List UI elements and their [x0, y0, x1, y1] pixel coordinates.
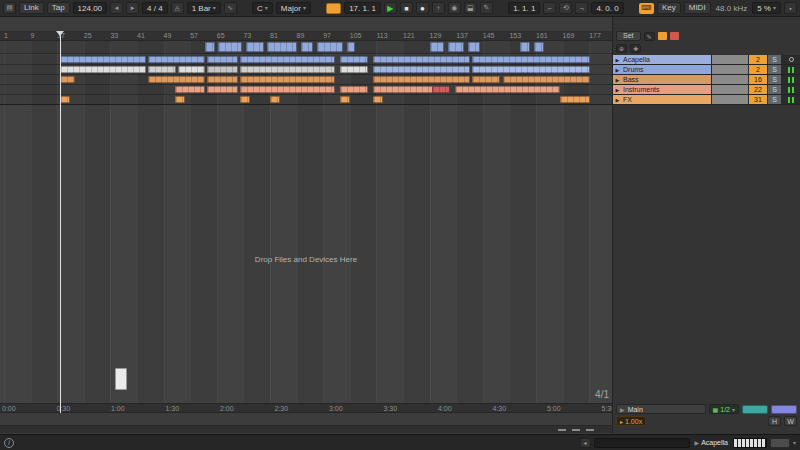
tempo-field[interactable]: 124.00: [73, 2, 107, 14]
audio-clip[interactable]: [340, 96, 350, 103]
track-solo-button[interactable]: S: [768, 85, 782, 94]
stop-button[interactable]: ■: [400, 2, 413, 14]
audio-clip[interactable]: [148, 76, 205, 83]
playback-speed-field[interactable]: ▸ 1.00x: [616, 416, 646, 426]
audio-clip[interactable]: [218, 42, 242, 52]
track-name[interactable]: Instruments: [622, 85, 711, 94]
audio-clip[interactable]: [205, 42, 215, 52]
track-fold-icon[interactable]: ▶: [613, 65, 622, 74]
white-clip[interactable]: [115, 368, 127, 390]
track-header[interactable]: ▶Instruments22S: [613, 85, 800, 95]
audio-clip[interactable]: [340, 56, 368, 63]
track-name[interactable]: Drums: [622, 65, 711, 74]
automation-arm-icon[interactable]: ◉: [448, 2, 461, 14]
track-badge[interactable]: 22: [749, 85, 768, 94]
grid-value-menu[interactable]: ▦ 1/2 ▾: [709, 404, 739, 414]
audio-clip[interactable]: [455, 86, 560, 93]
audio-clip[interactable]: [240, 56, 335, 63]
audio-clip[interactable]: [175, 86, 205, 93]
draw-mode-icon[interactable]: ✎: [480, 2, 493, 14]
add-track-icon[interactable]: ⊕: [616, 44, 627, 53]
track-fold-icon[interactable]: ▶: [613, 95, 622, 104]
loop-length-field[interactable]: 4. 0. 0: [591, 2, 623, 14]
audio-clip[interactable]: [207, 66, 238, 73]
capture-midi-icon[interactable]: ⬓: [464, 2, 477, 14]
audio-clip[interactable]: [317, 42, 343, 52]
cpu-meter[interactable]: 5 %▾: [752, 2, 781, 14]
scale-root-menu[interactable]: C▾: [252, 2, 273, 14]
track-name[interactable]: Acapella: [622, 55, 711, 64]
bar-ruler[interactable]: 1917253341495765738189971051131211291371…: [0, 31, 612, 41]
audio-clip[interactable]: [373, 76, 470, 83]
chevron-down-icon[interactable]: ▾: [793, 439, 796, 446]
audio-clip[interactable]: [148, 66, 176, 73]
track-badge[interactable]: 16: [749, 75, 768, 84]
track-badge[interactable]: 31: [749, 95, 768, 104]
audio-clip[interactable]: [432, 86, 450, 93]
loop-start-field[interactable]: 1. 1. 1: [508, 2, 540, 14]
metronome-icon[interactable]: ◬: [171, 2, 184, 14]
orange-marker-icon[interactable]: [658, 32, 667, 40]
audio-clip[interactable]: [207, 86, 238, 93]
teal-swatch[interactable]: [742, 405, 768, 414]
time-signature-field[interactable]: 4 / 4: [142, 2, 168, 14]
midi-map-button[interactable]: MIDI: [684, 2, 711, 14]
audio-clip[interactable]: [472, 56, 590, 63]
playhead-marker-icon[interactable]: [56, 31, 64, 36]
audio-clip[interactable]: [301, 42, 313, 52]
follow-button[interactable]: [326, 3, 341, 14]
loop-icon[interactable]: ⟲: [559, 2, 572, 14]
track-solo-button[interactable]: S: [768, 55, 782, 64]
width-button[interactable]: W: [784, 416, 797, 426]
track-fold-icon[interactable]: ▶: [613, 55, 622, 64]
track-badge[interactable]: 2: [749, 55, 768, 64]
punch-out-icon[interactable]: ¬: [575, 2, 588, 14]
audio-clip[interactable]: [60, 76, 75, 83]
arrangement-position-field[interactable]: 17. 1. 1: [344, 2, 381, 14]
audio-clip[interactable]: [503, 76, 590, 83]
nudge-down-icon[interactable]: ◂: [110, 2, 123, 14]
scale-mode-menu[interactable]: Major▾: [276, 2, 311, 14]
red-marker-icon[interactable]: [670, 32, 679, 40]
audio-clip[interactable]: [347, 42, 355, 52]
track-solo-button[interactable]: S: [768, 95, 782, 104]
record-button[interactable]: ●: [416, 2, 429, 14]
zoom-marks[interactable]: [558, 429, 598, 431]
audio-clip[interactable]: [148, 56, 205, 63]
audio-clip[interactable]: [175, 96, 185, 103]
track-fold-icon[interactable]: ▶: [613, 85, 622, 94]
time-ruler[interactable]: 0:000:301:001:302:002:303:003:304:004:30…: [0, 403, 612, 413]
pencil-icon[interactable]: ✎: [644, 32, 655, 41]
audio-clip[interactable]: [240, 86, 335, 93]
audio-clip[interactable]: [270, 96, 280, 103]
play-button[interactable]: ▶: [384, 2, 397, 14]
computer-midi-keyboard-icon[interactable]: ⌨: [639, 3, 654, 14]
link-button[interactable]: Link: [19, 2, 44, 14]
track-header[interactable]: ▶FX31S: [613, 95, 800, 105]
track-badge[interactable]: 2: [749, 65, 768, 74]
tap-tempo-button[interactable]: Tap: [47, 2, 70, 14]
overdub-icon[interactable]: ＋: [432, 2, 445, 14]
audio-clip[interactable]: [373, 66, 470, 73]
audio-clip[interactable]: [240, 66, 335, 73]
height-button[interactable]: H: [768, 416, 781, 426]
track-fold-icon[interactable]: ▶: [613, 75, 622, 84]
audio-clip[interactable]: [472, 66, 590, 73]
audio-clip[interactable]: [178, 66, 205, 73]
audio-clip[interactable]: [468, 42, 480, 52]
audio-clip[interactable]: [534, 42, 544, 52]
audio-clip[interactable]: [267, 42, 297, 52]
groove-pool-icon[interactable]: ∿: [224, 2, 237, 14]
main-track-header[interactable]: ▶ Main: [616, 404, 706, 414]
nudge-up-icon[interactable]: ▸: [126, 2, 139, 14]
set-button[interactable]: Set: [616, 31, 641, 41]
audio-clip[interactable]: [340, 86, 368, 93]
key-map-button[interactable]: Key: [657, 2, 681, 14]
audio-clip[interactable]: [60, 66, 146, 73]
audio-clip[interactable]: [240, 76, 335, 83]
audio-clip[interactable]: [373, 96, 383, 103]
audio-clip[interactable]: [430, 42, 444, 52]
audio-clip[interactable]: [373, 56, 470, 63]
audio-clip[interactable]: [448, 42, 464, 52]
track-header[interactable]: ▶Acapella2S: [613, 55, 800, 65]
